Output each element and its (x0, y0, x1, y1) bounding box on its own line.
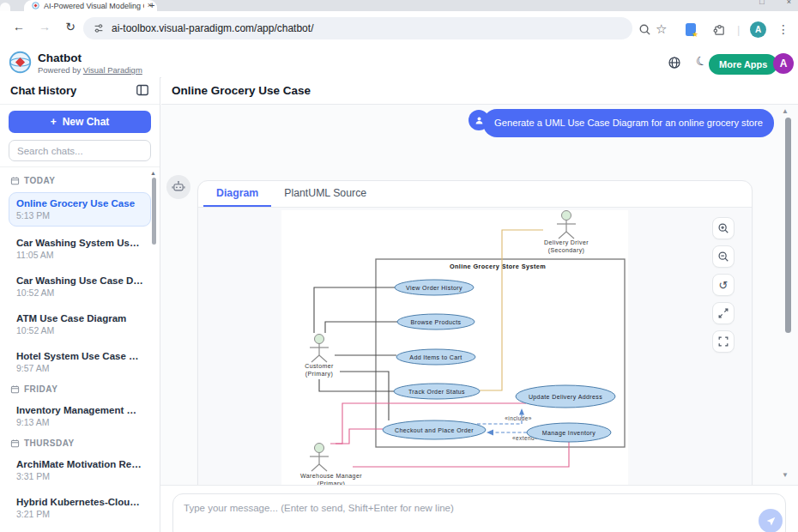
actor-head-delivery_driver (562, 211, 571, 221)
send-button[interactable] (759, 509, 783, 532)
result-tabs: Diagram PlantUML Source (198, 181, 752, 208)
fullscreen-button[interactable] (712, 330, 735, 353)
zoom-page-icon[interactable] (638, 11, 651, 47)
chat-item-time: 9:57 AM (16, 363, 143, 373)
visual-paradigm-link[interactable]: Visual Paradigm (83, 65, 142, 75)
chat-list: TODAYOnline Grocery Use Case5:13 PMCar W… (0, 167, 154, 532)
chat-item-time: 10:52 AM (16, 287, 143, 298)
zoom-in-button[interactable] (712, 217, 735, 239)
reset-view-icon: ↺ (719, 280, 728, 291)
bookmark-doc-icon[interactable]: ★ (686, 11, 696, 47)
bookmark-star-icon[interactable]: ☆ (656, 11, 667, 47)
actor-leg (319, 464, 327, 471)
sidebar-scroll-up-icon[interactable]: ▲ (150, 170, 156, 176)
calendar-icon (10, 384, 20, 394)
usecase-label-view_order_history: View Order History (406, 285, 462, 292)
favicon-visual-paradigm-icon (32, 2, 39, 9)
reload-icon[interactable]: ↻ (62, 20, 79, 33)
calendar-icon (10, 176, 20, 185)
main-scroll-up-icon[interactable]: ▲ (782, 107, 789, 115)
tab-title: AI-Powered Visual Modeling Ch (44, 2, 144, 10)
visual-paradigm-logo (9, 51, 32, 74)
more-apps-button[interactable]: More Apps (709, 54, 777, 75)
chat-item-time: 11:05 AM (16, 250, 143, 260)
tab-fragment (0, 3, 10, 11)
app-title: Chatbot (38, 51, 82, 64)
site-settings-icon (93, 22, 105, 34)
extensions-puzzle-icon[interactable] (713, 11, 726, 47)
chat-item[interactable]: Car Washing System Use Case11:05 AM (9, 233, 151, 264)
user-account-avatar[interactable]: A (773, 53, 794, 74)
expand-button[interactable] (712, 302, 735, 324)
chat-item[interactable]: Inventory Management Clas...9:13 AM (9, 401, 151, 432)
sidebar-scrollbar-thumb[interactable] (152, 178, 156, 245)
dark-mode-moon-icon[interactable]: ☾ (694, 52, 709, 69)
actor-label-delivery_driver: Delivery Driver (544, 239, 589, 246)
main-scroll-down-icon[interactable]: ▼ (782, 471, 789, 479)
back-icon[interactable]: ← (10, 20, 27, 33)
chat-item[interactable]: Online Grocery Use Case5:13 PM (9, 192, 151, 227)
plus-icon: + (51, 116, 57, 128)
chat-item[interactable]: Hotel System Use Case Diagr...9:57 AM (9, 347, 151, 378)
sidebar-title: Chat History (10, 84, 76, 97)
chat-item-title: ATM Use Case Diagram (16, 313, 143, 323)
browser-toolbar: ← → ↻ ai-toolbox.visual-paradigm.com/app… (0, 11, 798, 48)
actor-leg (559, 232, 566, 239)
message-input[interactable] (173, 494, 785, 529)
message-composer (160, 485, 798, 532)
url-text: ai-toolbox.visual-paradigm.com/app/chatb… (112, 22, 313, 34)
calendar-icon (10, 438, 20, 448)
chat-item-time: 5:13 PM (16, 210, 143, 221)
usecase-label-track_order_status: Track Order Status (408, 389, 465, 395)
fullscreen-icon (717, 336, 729, 348)
tab-diagram[interactable]: Diagram (203, 181, 271, 207)
language-globe-icon[interactable] (668, 56, 681, 70)
search-chats-input[interactable] (9, 140, 151, 161)
actor-leg (311, 355, 319, 362)
chat-item-time: 10:52 AM (16, 325, 143, 336)
diagram-controls: ↺ (712, 217, 735, 353)
actor-leg (319, 355, 327, 362)
collapse-panel-icon[interactable] (136, 83, 149, 97)
chat-item[interactable]: Hybrid Kubernetes-Cloud De...3:21 PM (9, 493, 151, 523)
address-bar[interactable]: ai-toolbox.visual-paradigm.com/app/chatb… (83, 17, 632, 39)
diagram-result-card: Diagram PlantUML Source Online Grocery S… (197, 180, 753, 485)
chat-item[interactable]: Car Washing Use Case Diagr...10:52 AM (9, 271, 151, 302)
actor-label-warehouse_manager: Warehouse Manager (300, 473, 362, 480)
chat-history-sidebar: Chat History + New Chat TODAYOnline Groc… (0, 77, 160, 532)
chat-item[interactable]: ATM Use Case Diagram10:52 AM (9, 309, 151, 340)
reset-view-button[interactable]: ↺ (712, 274, 735, 296)
browser-profile-avatar[interactable]: A (750, 11, 766, 47)
expand-icon (717, 307, 729, 319)
window-close-icon[interactable]: × (787, 0, 791, 6)
browser-menu-icon[interactable]: ⋮ (777, 11, 789, 47)
robot-icon (172, 180, 185, 194)
chat-group-label: TODAY (10, 176, 149, 185)
usecase-label-checkout: Checkout and Place Order (395, 427, 474, 433)
forward-icon[interactable]: → (36, 20, 53, 33)
actor-stereotype-customer: (Primary) (305, 371, 333, 378)
chat-item[interactable]: ArchiMate Motivation Realiz...3:31 PM (9, 455, 151, 486)
window-maximize-icon[interactable]: □ (759, 0, 764, 6)
chat-item-title: Car Washing Use Case Diagr... (16, 275, 143, 286)
actor-leg (566, 232, 574, 239)
conversation-title-bar: Online Grocery Use Case (161, 77, 798, 105)
chat-item-time: 9:13 AM (16, 417, 143, 427)
usecase-label-browse_products: Browse Products (411, 319, 462, 325)
actor-stereotype-delivery_driver: (Secondary) (548, 247, 585, 254)
toolbar-separator: | (737, 11, 740, 47)
actor-leg (311, 464, 319, 471)
chat-item-title: Hotel System Use Case Diagr... (16, 351, 143, 361)
send-icon (765, 516, 777, 527)
zoom-out-button[interactable] (712, 245, 735, 268)
browser-tab[interactable]: AI-Powered Visual Modeling Ch × (24, 0, 157, 11)
zoom-out-icon (717, 251, 729, 263)
chat-area: Generate a UML Use Case Diagram for an o… (160, 105, 798, 485)
chat-item-title: Online Grocery Use Case (16, 198, 143, 209)
doc-star-badge: ★ (692, 30, 698, 39)
main-scrollbar-thumb[interactable] (785, 118, 791, 333)
new-chat-button[interactable]: + New Chat (9, 111, 151, 133)
tab-plantuml-source[interactable]: PlantUML Source (271, 181, 379, 207)
new-tab-icon[interactable]: + (149, 0, 154, 10)
app-header: Chatbot Powered by Visual Paradigm ☾ Mor… (0, 47, 798, 78)
